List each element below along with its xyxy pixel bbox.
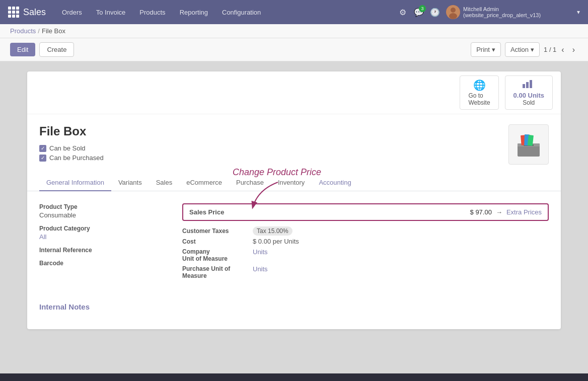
barcode-field: Barcode [39, 260, 170, 267]
tab-variants[interactable]: Variants [111, 175, 149, 191]
extra-prices-button[interactable]: Extra Prices [506, 208, 542, 216]
grid-icon [8, 7, 19, 18]
product-category-label: Product Category [39, 225, 170, 232]
avatar [446, 5, 460, 19]
pagination-info: 1 / 1 [544, 46, 556, 53]
print-label: Print [476, 46, 490, 53]
units-sold-label: Sold [523, 99, 535, 106]
top-navigation: Sales Orders To Invoice Products Reporti… [0, 0, 588, 24]
internal-reference-field: Internal Reference [39, 247, 170, 254]
can-be-sold-row: ✓ Can be Sold [39, 144, 500, 152]
menu-reporting[interactable]: Reporting [174, 6, 214, 19]
product-category-field: Product Category All [39, 225, 170, 241]
tab-inventory[interactable]: Inventory [271, 175, 312, 191]
sales-price-right: $ 97.00 → Extra Prices [470, 208, 542, 216]
form-content: Product Type Consumable Product Category… [27, 191, 561, 294]
customer-taxes-label: Customer Taxes [182, 227, 253, 235]
svg-rect-4 [526, 82, 529, 88]
toolbar: Edit Create Print ▾ Action ▾ 1 / 1 ‹ › [0, 38, 588, 61]
user-menu[interactable]: Mitchell Admin (website_price_drop_alert… [446, 5, 580, 19]
action-label: Action [510, 46, 529, 53]
go-to-website-button[interactable]: 🌐 Go toWebsite [460, 75, 498, 110]
cost-value: $ 0.00 per Units [253, 238, 299, 245]
breadcrumb-bar: Products / File Box [0, 24, 588, 38]
tax-badge[interactable]: Tax 15.00% [253, 226, 292, 236]
print-button[interactable]: Print ▾ [471, 42, 501, 57]
main-content-area: 🌐 Go toWebsite 0.00 Units Sold File Box [0, 61, 588, 373]
breadcrumb-separator: / [38, 27, 40, 35]
product-name: File Box [39, 124, 500, 138]
internal-notes-section: Internal Notes [27, 294, 561, 329]
settings-icon[interactable]: ⚙ [398, 7, 408, 17]
user-dropdown-icon[interactable]: ▾ [577, 9, 580, 16]
svg-point-1 [451, 8, 456, 13]
can-be-purchased-label: Can be Purchased [49, 154, 104, 162]
units-sold-button[interactable]: 0.00 Units Sold [505, 75, 553, 110]
menu-to-invoice[interactable]: To Invoice [90, 6, 132, 19]
user-name: Mitchell Admin (website_price_drop_alert… [463, 6, 574, 18]
create-button[interactable]: Create [39, 42, 74, 57]
main-menu: Orders To Invoice Products Reporting Con… [56, 6, 398, 19]
svg-rect-5 [530, 80, 532, 88]
can-be-sold-label: Can be Sold [49, 144, 86, 152]
product-tabs: General Information Variants Sales eComm… [27, 175, 561, 191]
product-type-value: Consumable [39, 211, 170, 219]
clock-icon[interactable]: 🕐 [430, 7, 440, 17]
product-info: File Box ✓ Can be Sold ✓ Can be Purchase… [39, 124, 500, 164]
menu-products[interactable]: Products [133, 6, 171, 19]
product-card: 🌐 Go toWebsite 0.00 Units Sold File Box [27, 71, 561, 329]
tab-ecommerce[interactable]: eCommerce [179, 175, 229, 191]
pagination: 1 / 1 ‹ › [544, 44, 578, 55]
tab-purchase[interactable]: Purchase [229, 175, 271, 191]
internal-notes-title: Internal Notes [39, 302, 549, 311]
tab-sales[interactable]: Sales [149, 175, 180, 191]
menu-configuration[interactable]: Configuration [216, 6, 267, 19]
edit-button[interactable]: Edit [10, 43, 35, 56]
svg-rect-3 [523, 84, 525, 88]
barcode-label: Barcode [39, 260, 170, 267]
uom-row: Company Unit of Measure Units [182, 248, 549, 262]
breadcrumb: Products / File Box [10, 27, 65, 35]
purchase-uom-row: Purchase Unit of Measure Units [182, 265, 549, 279]
app-logo[interactable]: Sales [8, 7, 46, 18]
chat-badge: 3 [419, 5, 426, 12]
uom-label: Company Unit of Measure [182, 248, 253, 262]
prev-page-button[interactable]: ‹ [558, 44, 567, 55]
sales-price-value[interactable]: $ 97.00 [470, 208, 492, 216]
action-button[interactable]: Action ▾ [505, 42, 540, 57]
cost-row: Cost $ 0.00 per Units [182, 238, 549, 245]
product-header: File Box ✓ Can be Sold ✓ Can be Purchase… [27, 114, 561, 175]
sales-price-box: Sales Price $ 97.00 → Extra Prices [182, 203, 549, 221]
arrow-right-icon: → [496, 208, 502, 216]
product-image [508, 124, 549, 165]
units-sold-value: 0.00 Units [513, 92, 544, 99]
customer-taxes-value: Tax 15.00% [253, 227, 292, 235]
internal-reference-label: Internal Reference [39, 247, 170, 254]
can-be-purchased-checkbox[interactable]: ✓ [39, 155, 46, 162]
topnav-right: ⚙ 💬 3 🕐 Mitchell Admin (website_price_dr… [398, 5, 580, 19]
svg-point-2 [449, 13, 457, 19]
customer-taxes-row: Customer Taxes Tax 15.00% [182, 227, 549, 235]
smart-buttons-bar: 🌐 Go toWebsite 0.00 Units Sold [27, 71, 561, 114]
form-left-column: Product Type Consumable Product Category… [39, 203, 170, 282]
menu-orders[interactable]: Orders [56, 6, 88, 19]
purchase-uom-value[interactable]: Units [253, 265, 268, 273]
tab-accounting[interactable]: Accounting [312, 175, 358, 191]
next-page-button[interactable]: › [569, 44, 578, 55]
chat-icon[interactable]: 💬 3 [414, 7, 424, 17]
cost-label: Cost [182, 238, 253, 245]
tab-general-information[interactable]: General Information [39, 175, 111, 191]
print-chevron-icon: ▾ [492, 46, 495, 53]
product-type-label: Product Type [39, 203, 170, 210]
form-right-column: Change Product Price Sales Price [182, 203, 549, 282]
breadcrumb-parent[interactable]: Products [10, 27, 36, 35]
go-to-website-label: Go toWebsite [468, 92, 490, 106]
product-type-field: Product Type Consumable [39, 203, 170, 219]
product-category-value: All [39, 233, 170, 241]
can-be-purchased-row: ✓ Can be Purchased [39, 154, 500, 162]
purchase-uom-label: Purchase Unit of Measure [182, 265, 253, 279]
action-chevron-icon: ▾ [531, 46, 534, 53]
info-table: Customer Taxes Tax 15.00% Cost $ 0.00 pe… [182, 227, 549, 279]
can-be-sold-checkbox[interactable]: ✓ [39, 145, 46, 152]
uom-value[interactable]: Units [253, 248, 268, 256]
